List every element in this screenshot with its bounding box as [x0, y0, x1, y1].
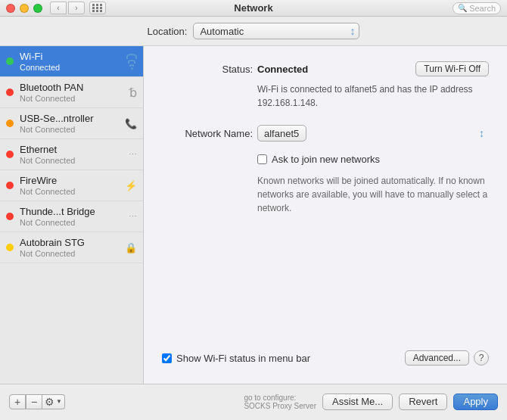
bottom-bar: + − ⚙ ▼ go to configure: SOCKS Proxy Ser… — [0, 384, 507, 418]
network-name-select[interactable]: alfanet5 — [257, 125, 306, 142]
remove-network-button[interactable]: − — [26, 394, 42, 409]
gear-button[interactable]: ⚙ ▼ — [42, 394, 65, 409]
location-select-wrapper: Automatic ↕ — [193, 23, 359, 39]
sidebar-controls: + − ⚙ ▼ — [9, 394, 65, 409]
apply-button[interactable]: Apply — [453, 394, 498, 410]
info-text: Known networks will be joined automatica… — [257, 174, 489, 215]
ask-to-join-checkbox[interactable] — [257, 154, 267, 164]
traffic-lights — [6, 4, 42, 13]
show-menubar-checkbox[interactable] — [162, 353, 172, 363]
wifi-status: Connected — [20, 63, 120, 72]
thunderbolt-bridge-name: Thunde...t Bridge — [20, 206, 123, 217]
wifi-name: Wi-Fi — [20, 51, 120, 62]
gear-icon: ⚙ — [45, 396, 54, 408]
wifi-info: Wi-Fi Connected — [20, 51, 120, 72]
grid-icon — [92, 4, 103, 12]
turn-wifi-off-button[interactable]: Turn Wi-Fi Off — [415, 61, 489, 76]
thunderbolt-bridge-info: Thunde...t Bridge Not Connected — [20, 206, 123, 227]
network-name-label: Network Name: — [162, 128, 253, 139]
add-network-button[interactable]: + — [9, 394, 26, 409]
firewire-name: FireWire — [20, 175, 119, 186]
status-description: Wi-Fi is connected to alfanet5 and has t… — [257, 82, 489, 110]
sidebar-item-usb-controller[interactable]: USB-Se...ntroller Not Connected 📞 — [0, 108, 143, 139]
back-button[interactable]: ‹ — [50, 2, 67, 14]
location-select[interactable]: Automatic — [193, 23, 359, 39]
wifi-icon — [126, 54, 137, 70]
thunderbolt-bridge-status: Not Connected — [20, 218, 123, 227]
ethernet-icon: ⋯ — [129, 150, 137, 160]
network-name-arrow: ↕ — [479, 127, 484, 139]
grid-button[interactable] — [89, 2, 106, 14]
usb-icon: 📞 — [125, 118, 137, 129]
bluetooth-pan-info: Bluetooth PAN Not Connected — [20, 82, 123, 103]
sidebar-item-bluetooth-pan[interactable]: Bluetooth PAN Not Connected ␢ — [0, 77, 143, 108]
status-row: Status: Connected Turn Wi-Fi Off — [162, 61, 489, 76]
status-label: Status: — [162, 64, 253, 75]
autobrain-status: Not Connected — [20, 249, 119, 258]
network-sidebar: Wi-Fi Connected Bluetooth PAN Not Connec… — [0, 46, 144, 384]
ethernet-status: Not Connected — [20, 156, 123, 165]
main-content: Wi-Fi Connected Bluetooth PAN Not Connec… — [0, 46, 507, 384]
advanced-button[interactable]: Advanced... — [405, 350, 469, 366]
close-button[interactable] — [6, 4, 15, 13]
gear-dropdown-arrow: ▼ — [56, 398, 62, 405]
show-menubar-label: Show Wi-Fi status in menu bar — [176, 353, 310, 364]
help-button[interactable]: ? — [474, 350, 489, 366]
search-box[interactable]: 🔍 Search — [453, 2, 501, 14]
location-label: Location: — [148, 26, 188, 37]
network-name-row: Network Name: alfanet5 ↕ — [162, 125, 489, 142]
search-icon: 🔍 — [458, 4, 467, 12]
revert-button[interactable]: Revert — [399, 394, 447, 410]
firewire-icon: ⚡ — [125, 180, 137, 191]
ethernet-name: Ethernet — [20, 144, 123, 155]
sidebar-item-wifi[interactable]: Wi-Fi Connected — [0, 46, 143, 77]
window-title: Network — [234, 2, 272, 14]
ethernet-dot — [6, 151, 14, 158]
autobrain-info: Autobrain STG Not Connected — [20, 237, 119, 258]
usb-controller-dot — [6, 120, 14, 127]
bottom-info-text: go to configure: SOCKS Proxy Server — [244, 394, 316, 410]
ethernet-info: Ethernet Not Connected — [20, 144, 123, 165]
assist-me-button[interactable]: Assist Me... — [322, 394, 393, 410]
ask-to-join-label: Ask to join new networks — [272, 154, 380, 165]
show-menubar-row: Show Wi-Fi status in menu bar Advanced..… — [162, 350, 489, 366]
forward-button[interactable]: › — [68, 2, 85, 14]
sidebar-item-ethernet[interactable]: Ethernet Not Connected ⋯ — [0, 139, 143, 170]
status-value: Connected — [257, 64, 415, 75]
autobrain-dot — [6, 244, 14, 251]
sidebar-item-autobrain-stg[interactable]: Autobrain STG Not Connected 🔒 — [0, 232, 143, 263]
minimize-button[interactable] — [20, 4, 29, 13]
network-name-select-wrapper: alfanet5 ↕ — [257, 125, 489, 142]
maximize-button[interactable] — [33, 4, 42, 13]
location-bar: Location: Automatic ↕ — [0, 17, 507, 46]
autobrain-icon: 🔒 — [125, 242, 137, 254]
thunderbolt-bridge-icon: ⋯ — [129, 212, 137, 222]
thunderbolt-bridge-dot — [6, 213, 14, 220]
bottom-right-controls: go to configure: SOCKS Proxy Server Assi… — [244, 394, 498, 410]
sidebar-item-firewire[interactable]: FireWire Not Connected ⚡ — [0, 170, 143, 201]
titlebar: ‹ › Network 🔍 Search — [0, 0, 507, 17]
sidebar-item-thunderbolt-bridge[interactable]: Thunde...t Bridge Not Connected ⋯ — [0, 201, 143, 232]
firewire-dot — [6, 182, 14, 189]
autobrain-name: Autobrain STG — [20, 237, 119, 248]
nav-buttons: ‹ › — [50, 2, 85, 14]
usb-controller-info: USB-Se...ntroller Not Connected — [20, 113, 119, 134]
detail-panel: Status: Connected Turn Wi-Fi Off Wi-Fi i… — [144, 46, 507, 384]
usb-controller-name: USB-Se...ntroller — [20, 113, 119, 124]
ask-to-join-row: Ask to join new networks — [257, 154, 489, 165]
wifi-status-dot — [6, 58, 14, 65]
bluetooth-pan-status: Not Connected — [20, 94, 123, 103]
bluetooth-pan-name: Bluetooth PAN — [20, 82, 123, 93]
bluetooth-pan-dot — [6, 89, 14, 96]
usb-controller-status: Not Connected — [20, 125, 119, 134]
search-placeholder: Search — [469, 4, 496, 13]
firewire-info: FireWire Not Connected — [20, 175, 119, 196]
firewire-status: Not Connected — [20, 187, 119, 196]
bluetooth-icon: ␢ — [129, 86, 137, 100]
